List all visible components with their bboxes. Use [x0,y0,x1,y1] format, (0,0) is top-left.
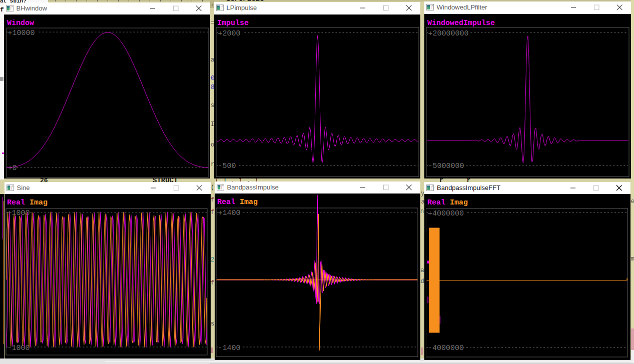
svg-text:-500: -500 [218,162,236,170]
svg-text:+4000000: +4000000 [428,209,464,218]
svg-text:+2000: +2000 [218,30,240,38]
svg-text:Imag: Imag [30,198,48,207]
svg-text:Impulse: Impulse [217,19,249,28]
svg-text:+20000000: +20000000 [428,30,468,38]
svg-text:+1400: +1400 [218,209,240,218]
svg-text:WindowedImpulse: WindowedImpulse [427,19,495,28]
svg-text:-4000000: -4000000 [428,344,464,352]
svg-text:-5000000: -5000000 [428,162,464,170]
svg-text:-1400: -1400 [218,344,240,352]
svg-text:Window: Window [7,19,34,28]
svg-text:Real: Real [7,198,25,207]
svg-text:+0: +0 [8,164,17,172]
svg-text:Real: Real [217,198,235,206]
svg-text:+1000: +1000 [7,209,30,218]
svg-text:Real: Real [427,198,445,206]
svg-text:+10000: +10000 [8,29,35,38]
svg-text:Imag: Imag [240,198,258,206]
svg-text:Imag: Imag [450,198,468,206]
